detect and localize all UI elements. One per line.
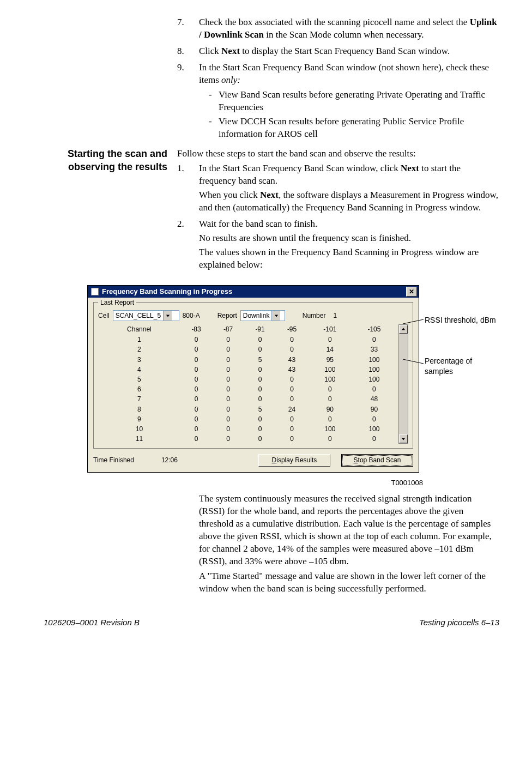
table-cell: 7 [98,394,180,404]
table-cell: 0 [180,365,213,375]
table-cell: 0 [352,335,396,345]
table-cell: 0 [212,424,244,434]
number-value: 1 [333,311,337,320]
section-intro: Follow these steps to start the band sca… [177,148,499,160]
table-cell: 0 [352,384,396,394]
table-cell: 0 [244,345,276,354]
cell-combo[interactable]: SCAN_CELL_5 [113,310,179,321]
cell-label: Cell [98,311,110,320]
section-heading: Starting the scan and observing the resu… [44,148,167,173]
table-cell: 43 [276,355,308,365]
table-cell: 0 [276,424,308,434]
table-row: 1000000 [98,335,396,345]
table-cell: 0 [212,384,244,394]
time-finished-value: 12:06 [161,456,178,464]
footer-right: Testing picocells 6–13 [419,617,499,628]
window-title: Frequency Band Scanning in Progress [102,287,232,297]
table-header: Channel [98,324,180,335]
step-number: 9. [177,62,199,143]
table-cell: 100 [308,424,352,434]
sub-list-item: -View DCCH Scan results before generatin… [209,116,499,141]
svg-line-0 [403,319,424,324]
display-results-button[interactable]: Display Results [258,454,330,466]
table-cell: 100 [352,375,396,384]
table-cell: 0 [244,424,276,434]
step-number: 8. [177,45,199,59]
table-cell: 0 [180,414,213,424]
list-item: 7.Check the box associated with the scan… [177,16,499,43]
table-row: 50000100100 [98,375,396,384]
table-cell: 0 [180,394,213,404]
table-cell: 5 [244,404,276,414]
band-value: 800-A [183,311,200,320]
step-text: When you click Next, the software displa… [199,189,499,214]
sub-list-item: -View Band Scan results before generatin… [209,89,499,114]
table-cell: 0 [180,434,213,444]
svg-line-1 [403,359,424,364]
scroll-down-icon[interactable] [399,434,408,443]
procedure-steps-top: 7.Check the box associated with the scan… [177,16,499,142]
table-header: -91 [244,324,276,335]
table-cell: 2 [98,345,180,354]
table-cell: 14 [308,345,352,354]
step-text: Click Next to display the Start Scan Fre… [199,45,499,58]
last-report-group: Last Report Cell SCAN_CELL_5 800-A Repor… [93,302,413,449]
table-cell: 0 [244,375,276,384]
table-row: 8005249090 [98,404,396,414]
close-icon[interactable]: ✕ [406,287,417,297]
table-cell: 0 [352,434,396,444]
step-text: In the Start Scan Frequency Band Scan wi… [199,162,499,188]
table-cell: 8 [98,404,180,414]
table-cell: 0 [180,375,213,384]
results-table: Channel-83-87-91-95-101-105 100000020000… [98,324,396,444]
dialog-window: Frequency Band Scanning in Progress ✕ La… [87,285,419,473]
table-cell: 0 [180,404,213,414]
window-icon: Frequency Band Scanning in Progress [91,287,232,297]
table-cell: 4 [98,365,180,375]
stop-band-scan-button[interactable]: Stop Band Scan [341,454,413,466]
table-cell: 0 [212,394,244,404]
body-paragraph: The system continuously measures the rec… [199,493,499,568]
step-number: 1. [177,162,199,216]
table-cell: 10 [98,424,180,434]
step-text: Wait for the band scan to finish. [199,218,499,231]
table-header: -105 [352,324,396,335]
table-cell: 0 [308,335,352,345]
time-finished-label: Time Finished [93,456,134,464]
table-cell: 0 [212,355,244,365]
table-cell: 0 [276,345,308,354]
chevron-down-icon [271,311,280,321]
table-cell: 0 [244,414,276,424]
step-text: Check the box associated with the scanni… [199,16,499,41]
table-header: -83 [180,324,213,335]
figure: Frequency Band Scanning in Progress ✕ La… [87,285,499,473]
table-cell: 48 [352,394,396,404]
table-row: 6000000 [98,384,396,394]
table-cell: 0 [276,384,308,394]
table-header: -101 [308,324,352,335]
table-cell: 0 [180,355,213,365]
annotation-rssi: RSSI threshold, dBm [425,315,496,325]
table-cell: 0 [180,335,213,345]
list-item: 1.In the Start Scan Frequency Band Scan … [177,162,499,216]
table-cell: 24 [276,404,308,414]
table-cell: 43 [276,365,308,375]
table-cell: 0 [308,394,352,404]
table-cell: 0 [212,434,244,444]
table-cell: 11 [98,434,180,444]
table-row: 9000000 [98,414,396,424]
scrollbar[interactable] [398,324,408,444]
table-cell: 0 [244,365,276,375]
step-text: The values shown in the Frequency Band S… [199,246,499,271]
report-combo[interactable]: Downlink [240,310,285,321]
table-cell: 3 [98,355,180,365]
table-header: -87 [212,324,244,335]
table-cell: 0 [212,414,244,424]
table-cell: 0 [308,414,352,424]
table-row: 30054395100 [98,355,396,365]
table-header: -95 [276,324,308,335]
table-row: 400043100100 [98,365,396,375]
step-number: 7. [177,16,199,43]
table-cell: 0 [244,384,276,394]
table-row: 200001433 [98,345,396,354]
